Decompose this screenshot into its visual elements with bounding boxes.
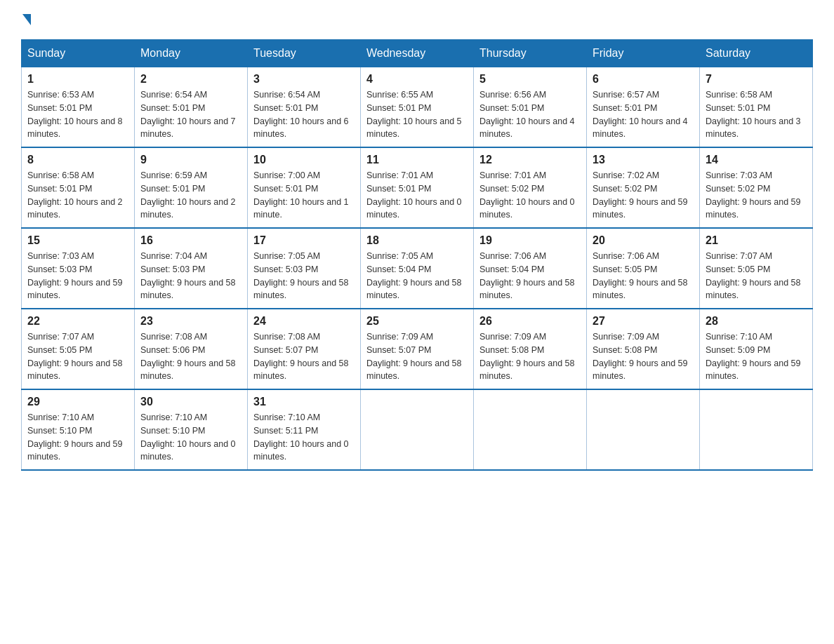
day-number: 14 [706,154,807,166]
calendar-header: SundayMondayTuesdayWednesdayThursdayFrid… [22,40,813,67]
day-info: Sunrise: 6:56 AMSunset: 5:01 PMDaylight:… [479,90,575,139]
day-info: Sunrise: 7:02 AMSunset: 5:02 PMDaylight:… [593,170,688,220]
day-info: Sunrise: 6:58 AMSunset: 5:01 PMDaylight:… [706,90,801,139]
day-number: 25 [366,315,468,328]
day-cell: 11 Sunrise: 7:01 AMSunset: 5:01 PMDaylig… [361,147,474,228]
day-cell: 23 Sunrise: 7:08 AMSunset: 5:06 PMDaylig… [135,309,248,389]
day-number: 5 [479,73,581,86]
day-cell: 29 Sunrise: 7:10 AMSunset: 5:10 PMDaylig… [22,389,135,470]
day-cell [361,389,474,470]
day-cell: 8 Sunrise: 6:58 AMSunset: 5:01 PMDayligh… [22,147,135,228]
day-number: 11 [366,154,468,166]
day-cell: 9 Sunrise: 6:59 AMSunset: 5:01 PMDayligh… [135,147,248,228]
day-number: 18 [366,234,468,247]
day-number: 17 [253,234,355,247]
day-info: Sunrise: 6:59 AMSunset: 5:01 PMDaylight:… [140,170,236,220]
day-number: 13 [593,154,694,166]
day-info: Sunrise: 6:54 AMSunset: 5:01 PMDaylight:… [253,90,349,139]
day-cell: 31 Sunrise: 7:10 AMSunset: 5:11 PMDaylig… [248,389,361,470]
header-cell-tuesday: Tuesday [248,40,361,67]
day-cell: 28 Sunrise: 7:10 AMSunset: 5:09 PMDaylig… [700,309,813,389]
day-cell: 15 Sunrise: 7:03 AMSunset: 5:03 PMDaylig… [22,228,135,309]
calendar-body: 1 Sunrise: 6:53 AMSunset: 5:01 PMDayligh… [22,67,813,471]
week-row-1: 1 Sunrise: 6:53 AMSunset: 5:01 PMDayligh… [22,67,813,148]
day-number: 8 [27,154,128,166]
page-header [21,14,813,25]
header-cell-sunday: Sunday [22,40,135,67]
day-info: Sunrise: 6:57 AMSunset: 5:01 PMDaylight:… [593,90,688,139]
day-number: 20 [593,234,694,247]
day-number: 31 [253,396,355,408]
day-number: 4 [366,73,468,86]
day-number: 12 [479,154,581,166]
day-number: 10 [253,154,355,166]
day-cell: 25 Sunrise: 7:09 AMSunset: 5:07 PMDaylig… [361,309,474,389]
day-info: Sunrise: 7:03 AMSunset: 5:02 PMDaylight:… [706,170,801,220]
day-number: 15 [27,234,128,247]
day-cell [587,389,700,470]
day-cell: 17 Sunrise: 7:05 AMSunset: 5:03 PMDaylig… [248,228,361,309]
day-info: Sunrise: 7:03 AMSunset: 5:03 PMDaylight:… [27,251,123,300]
day-number: 19 [479,234,581,247]
header-cell-monday: Monday [135,40,248,67]
day-cell: 20 Sunrise: 7:06 AMSunset: 5:05 PMDaylig… [587,228,700,309]
day-cell: 22 Sunrise: 7:07 AMSunset: 5:05 PMDaylig… [22,309,135,389]
day-cell: 12 Sunrise: 7:01 AMSunset: 5:02 PMDaylig… [474,147,587,228]
day-info: Sunrise: 7:05 AMSunset: 5:03 PMDaylight:… [253,251,349,300]
header-cell-wednesday: Wednesday [361,40,474,67]
day-cell: 19 Sunrise: 7:06 AMSunset: 5:04 PMDaylig… [474,228,587,309]
day-number: 24 [253,315,355,328]
day-number: 9 [140,154,241,166]
day-cell: 3 Sunrise: 6:54 AMSunset: 5:01 PMDayligh… [248,67,361,148]
header-cell-thursday: Thursday [474,40,587,67]
day-number: 23 [140,315,241,328]
day-cell: 30 Sunrise: 7:10 AMSunset: 5:10 PMDaylig… [135,389,248,470]
day-info: Sunrise: 7:07 AMSunset: 5:05 PMDaylight:… [27,332,123,381]
calendar-table: SundayMondayTuesdayWednesdayThursdayFrid… [21,39,813,471]
day-info: Sunrise: 7:10 AMSunset: 5:11 PMDaylight:… [253,412,349,462]
day-info: Sunrise: 7:10 AMSunset: 5:09 PMDaylight:… [706,332,801,381]
day-number: 21 [706,234,807,247]
day-number: 2 [140,73,241,86]
header-cell-friday: Friday [587,40,700,67]
day-info: Sunrise: 7:04 AMSunset: 5:03 PMDaylight:… [140,251,236,300]
day-info: Sunrise: 7:09 AMSunset: 5:08 PMDaylight:… [593,332,688,381]
day-info: Sunrise: 7:09 AMSunset: 5:07 PMDaylight:… [366,332,462,381]
day-number: 7 [706,73,807,86]
day-number: 28 [706,315,807,328]
week-row-3: 15 Sunrise: 7:03 AMSunset: 5:03 PMDaylig… [22,228,813,309]
day-info: Sunrise: 7:01 AMSunset: 5:01 PMDaylight:… [366,170,462,220]
day-cell: 27 Sunrise: 7:09 AMSunset: 5:08 PMDaylig… [587,309,700,389]
day-cell: 1 Sunrise: 6:53 AMSunset: 5:01 PMDayligh… [22,67,135,148]
day-cell: 14 Sunrise: 7:03 AMSunset: 5:02 PMDaylig… [700,147,813,228]
day-info: Sunrise: 7:01 AMSunset: 5:02 PMDaylight:… [479,170,575,220]
day-number: 27 [593,315,694,328]
day-cell: 4 Sunrise: 6:55 AMSunset: 5:01 PMDayligh… [361,67,474,148]
day-number: 3 [253,73,355,86]
day-number: 6 [593,73,694,86]
day-info: Sunrise: 6:55 AMSunset: 5:01 PMDaylight:… [366,90,462,139]
day-info: Sunrise: 6:58 AMSunset: 5:01 PMDaylight:… [27,170,123,220]
logo-triangle-icon [22,14,31,25]
day-info: Sunrise: 7:09 AMSunset: 5:08 PMDaylight:… [479,332,575,381]
day-info: Sunrise: 7:05 AMSunset: 5:04 PMDaylight:… [366,251,462,300]
day-info: Sunrise: 7:07 AMSunset: 5:05 PMDaylight:… [706,251,801,300]
day-number: 26 [479,315,581,328]
day-cell: 24 Sunrise: 7:08 AMSunset: 5:07 PMDaylig… [248,309,361,389]
day-number: 29 [27,396,128,408]
day-cell [474,389,587,470]
day-info: Sunrise: 7:06 AMSunset: 5:05 PMDaylight:… [593,251,688,300]
day-cell: 18 Sunrise: 7:05 AMSunset: 5:04 PMDaylig… [361,228,474,309]
day-info: Sunrise: 7:10 AMSunset: 5:10 PMDaylight:… [27,412,123,462]
day-cell: 5 Sunrise: 6:56 AMSunset: 5:01 PMDayligh… [474,67,587,148]
day-cell: 16 Sunrise: 7:04 AMSunset: 5:03 PMDaylig… [135,228,248,309]
day-cell: 21 Sunrise: 7:07 AMSunset: 5:05 PMDaylig… [700,228,813,309]
day-number: 16 [140,234,241,247]
logo [21,14,31,25]
day-cell: 13 Sunrise: 7:02 AMSunset: 5:02 PMDaylig… [587,147,700,228]
day-info: Sunrise: 6:54 AMSunset: 5:01 PMDaylight:… [140,90,236,139]
week-row-2: 8 Sunrise: 6:58 AMSunset: 5:01 PMDayligh… [22,147,813,228]
day-cell: 26 Sunrise: 7:09 AMSunset: 5:08 PMDaylig… [474,309,587,389]
day-info: Sunrise: 7:08 AMSunset: 5:07 PMDaylight:… [253,332,349,381]
day-cell [700,389,813,470]
